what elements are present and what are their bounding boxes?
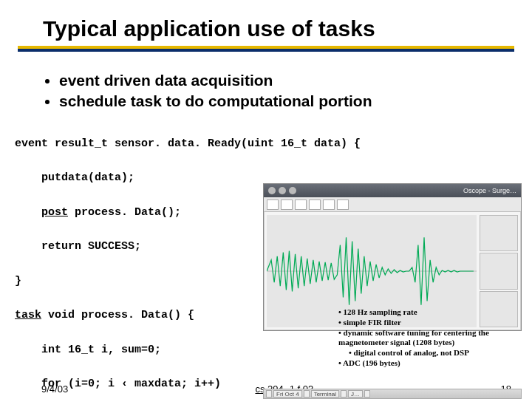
code-line: void process. Data() { [41,309,194,321]
code-keyword-task: task [15,309,41,321]
toolbar-button [295,200,307,210]
bullet-list: event driven data acquisition schedule t… [0,67,532,112]
annotation-line: • dynamic software tuning for centering … [338,328,523,349]
toolbar-button [309,200,321,210]
oscope-title-label: Oscope - Surge… [463,187,516,194]
annotation-line: • 128 Hz sampling rate [338,307,523,318]
oscope-mini-view [480,215,518,251]
rule-blue [18,49,514,52]
toolbar-button [281,200,293,210]
oscope-titlebar: Oscope - Surge… [264,184,521,197]
window-button [279,187,286,194]
toolbar-button [267,200,279,210]
annotation-line: • digital control of analog, not DSP [338,348,523,358]
taskbar-item: Fri Oct 4 [273,390,302,398]
bullet-item: schedule task to do computational portio… [59,91,532,112]
taskbar-item [341,390,347,398]
taskbar-item [266,390,272,398]
code-line: int 16_t i, sum=0; [41,344,161,356]
footer-date: 9/4/03 [41,383,68,395]
oscope-toolbar [264,197,521,212]
code-line: process. Data(); [68,206,181,219]
toolbar-button [323,200,335,210]
code-line: } [15,275,21,287]
oscope-mini-view [480,253,518,289]
taskbar-item: Terminal [311,390,339,398]
annotation-line: • simple FIR filter [338,318,523,328]
toolbar-button [337,200,349,210]
window-button [268,187,276,194]
taskbar-item [304,390,310,398]
taskbar-item [364,390,370,398]
code-line: event result_t sensor. data. Ready(uint … [15,137,361,150]
annotation-box: • 128 Hz sampling rate • simple FIR filt… [338,307,523,369]
annotation-line: • ADC (196 bytes) [338,358,523,369]
code-line: return SUCCESS; [41,240,141,253]
code-keyword-post: post [41,206,68,219]
bullet-item: event driven data acquisition [59,70,532,91]
desktop-taskbar: Fri Oct 4 Terminal J… [263,389,522,399]
window-button [289,187,296,194]
code-line: putdata(data); [41,171,134,184]
slide-title: Typical application use of tasks [0,0,532,46]
taskbar-item: J… [348,390,363,398]
